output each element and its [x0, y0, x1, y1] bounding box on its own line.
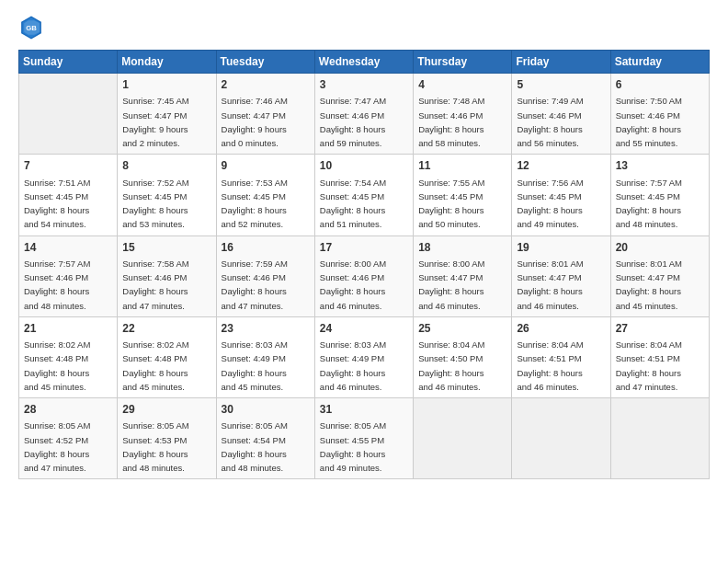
sunset-info: Sunset: 4:49 PM: [222, 353, 286, 363]
calendar-cell: 5Sunrise: 7:49 AMSunset: 4:46 PMDaylight…: [512, 74, 610, 155]
day-number: 11: [418, 158, 506, 174]
daylight-minutes: and 45 minutes.: [616, 301, 678, 311]
daylight-hours: Daylight: 8 hours: [517, 205, 582, 215]
daylight-hours: Daylight: 8 hours: [320, 449, 385, 459]
calendar-table: SundayMondayTuesdayWednesdayThursdayFrid…: [18, 50, 710, 479]
sunset-info: Sunset: 4:45 PM: [222, 191, 286, 201]
daylight-minutes: and 47 minutes.: [24, 463, 86, 473]
daylight-minutes: and 46 minutes.: [517, 301, 579, 311]
calendar-cell: 9Sunrise: 7:53 AMSunset: 4:45 PMDaylight…: [216, 155, 314, 236]
weekday-header-friday: Friday: [512, 51, 610, 74]
daylight-hours: Daylight: 8 hours: [24, 205, 89, 215]
daylight-minutes: and 48 minutes.: [222, 463, 284, 473]
page-header: GB: [18, 15, 710, 40]
sunset-info: Sunset: 4:47 PM: [616, 272, 680, 282]
daylight-hours: Daylight: 8 hours: [122, 368, 188, 378]
weekday-header-thursday: Thursday: [414, 51, 512, 74]
sunset-info: Sunset: 4:50 PM: [418, 353, 483, 363]
sunset-info: Sunset: 4:51 PM: [616, 353, 680, 363]
day-number: 18: [418, 240, 506, 256]
calendar-cell: 13Sunrise: 7:57 AMSunset: 4:45 PMDayligh…: [610, 155, 709, 236]
day-number: 13: [616, 158, 704, 174]
sunrise-info: Sunrise: 7:59 AM: [222, 259, 288, 269]
calendar-cell: 23Sunrise: 8:03 AMSunset: 4:49 PMDayligh…: [216, 316, 314, 397]
sunrise-info: Sunrise: 8:05 AM: [122, 420, 188, 431]
sunset-info: Sunset: 4:53 PM: [122, 435, 187, 445]
calendar-cell: [19, 74, 118, 155]
sunset-info: Sunset: 4:45 PM: [517, 191, 581, 201]
sunset-info: Sunset: 4:46 PM: [418, 110, 483, 121]
calendar-cell: 25Sunrise: 8:04 AMSunset: 4:50 PMDayligh…: [414, 316, 512, 397]
calendar-cell: 29Sunrise: 8:05 AMSunset: 4:53 PMDayligh…: [118, 398, 216, 479]
daylight-minutes: and 46 minutes.: [418, 301, 481, 311]
sunset-info: Sunset: 4:46 PM: [320, 110, 384, 121]
day-number: 14: [24, 240, 112, 256]
day-number: 9: [222, 158, 310, 174]
daylight-minutes: and 45 minutes.: [222, 382, 284, 392]
sunset-info: Sunset: 4:47 PM: [122, 110, 187, 121]
daylight-minutes: and 47 minutes.: [122, 301, 185, 311]
calendar-cell: 1Sunrise: 7:45 AMSunset: 4:47 PMDaylight…: [118, 74, 216, 155]
sunrise-info: Sunrise: 8:04 AM: [517, 339, 583, 350]
daylight-hours: Daylight: 8 hours: [320, 205, 385, 215]
weekday-header-tuesday: Tuesday: [216, 51, 314, 74]
daylight-minutes: and 51 minutes.: [320, 219, 382, 229]
day-number: 8: [122, 158, 210, 174]
calendar-week-row: 7Sunrise: 7:51 AMSunset: 4:45 PMDaylight…: [19, 155, 710, 236]
logo-icon: GB: [18, 15, 44, 40]
sunset-info: Sunset: 4:45 PM: [320, 191, 384, 201]
daylight-hours: Daylight: 8 hours: [616, 286, 681, 296]
daylight-minutes: and 47 minutes.: [616, 382, 678, 392]
daylight-minutes: and 45 minutes.: [122, 382, 185, 392]
calendar-cell: 28Sunrise: 8:05 AMSunset: 4:52 PMDayligh…: [19, 398, 118, 479]
calendar-cell: 22Sunrise: 8:02 AMSunset: 4:48 PMDayligh…: [118, 316, 216, 397]
sunrise-info: Sunrise: 8:01 AM: [517, 259, 583, 269]
calendar-cell: 30Sunrise: 8:05 AMSunset: 4:54 PMDayligh…: [216, 398, 314, 479]
calendar-week-row: 28Sunrise: 8:05 AMSunset: 4:52 PMDayligh…: [19, 398, 710, 479]
sunrise-info: Sunrise: 7:51 AM: [24, 178, 90, 188]
sunrise-info: Sunrise: 8:02 AM: [24, 339, 90, 350]
calendar-cell: 21Sunrise: 8:02 AMSunset: 4:48 PMDayligh…: [19, 316, 118, 397]
daylight-hours: Daylight: 9 hours: [122, 124, 188, 134]
daylight-minutes: and 46 minutes.: [320, 382, 382, 392]
sunrise-info: Sunrise: 8:05 AM: [320, 420, 386, 431]
daylight-hours: Daylight: 8 hours: [222, 368, 287, 378]
daylight-hours: Daylight: 8 hours: [122, 286, 188, 296]
daylight-minutes: and 49 minutes.: [320, 463, 382, 473]
sunrise-info: Sunrise: 8:00 AM: [418, 259, 484, 269]
daylight-hours: Daylight: 8 hours: [122, 449, 188, 459]
sunrise-info: Sunrise: 7:52 AM: [122, 178, 188, 188]
sunset-info: Sunset: 4:45 PM: [418, 191, 483, 201]
calendar-cell: 15Sunrise: 7:58 AMSunset: 4:46 PMDayligh…: [118, 236, 216, 316]
calendar-week-row: 21Sunrise: 8:02 AMSunset: 4:48 PMDayligh…: [19, 316, 710, 397]
sunrise-info: Sunrise: 8:02 AM: [122, 339, 188, 350]
day-number: 25: [418, 321, 506, 337]
daylight-hours: Daylight: 8 hours: [222, 449, 287, 459]
daylight-hours: Daylight: 8 hours: [122, 205, 188, 215]
sunset-info: Sunset: 4:47 PM: [517, 272, 581, 282]
daylight-hours: Daylight: 9 hours: [222, 124, 287, 134]
day-number: 26: [517, 321, 605, 337]
sunrise-info: Sunrise: 8:04 AM: [616, 339, 682, 350]
sunrise-info: Sunrise: 7:50 AM: [616, 96, 682, 106]
daylight-hours: Daylight: 8 hours: [222, 205, 287, 215]
day-number: 3: [320, 77, 408, 93]
sunrise-info: Sunrise: 7:57 AM: [24, 259, 90, 269]
sunset-info: Sunset: 4:47 PM: [222, 110, 286, 121]
day-number: 17: [320, 240, 408, 256]
daylight-minutes: and 48 minutes.: [122, 463, 185, 473]
daylight-minutes: and 50 minutes.: [418, 219, 481, 229]
calendar-cell: 16Sunrise: 7:59 AMSunset: 4:46 PMDayligh…: [216, 236, 314, 316]
day-number: 10: [320, 158, 408, 174]
sunset-info: Sunset: 4:46 PM: [122, 272, 187, 282]
sunrise-info: Sunrise: 8:04 AM: [418, 339, 484, 350]
sunrise-info: Sunrise: 7:48 AM: [418, 96, 484, 106]
sunrise-info: Sunrise: 7:58 AM: [122, 259, 188, 269]
sunset-info: Sunset: 4:46 PM: [222, 272, 286, 282]
daylight-hours: Daylight: 8 hours: [418, 286, 483, 296]
calendar-cell: 6Sunrise: 7:50 AMSunset: 4:46 PMDaylight…: [610, 74, 709, 155]
daylight-hours: Daylight: 8 hours: [222, 286, 287, 296]
sunset-info: Sunset: 4:48 PM: [24, 353, 88, 363]
daylight-hours: Daylight: 8 hours: [320, 368, 385, 378]
daylight-minutes: and 48 minutes.: [616, 219, 678, 229]
